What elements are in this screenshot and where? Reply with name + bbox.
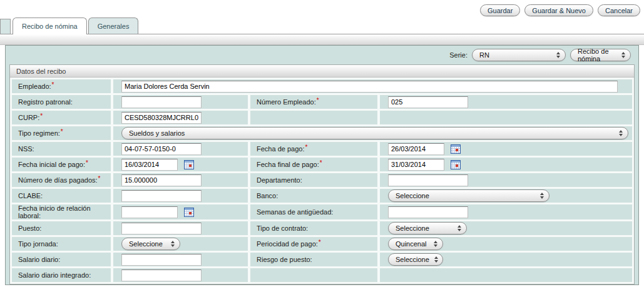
document-type-select[interactable]: Recibo de nómina [570, 49, 631, 61]
serie-select-value: RN [479, 51, 489, 59]
select-stepper-icon [619, 130, 623, 136]
numero-empleado-input[interactable] [388, 96, 468, 108]
required-marker: * [86, 159, 88, 166]
field-fecha-relacion-laboral [113, 204, 248, 219]
field-empleado [113, 79, 632, 93]
clabe-input[interactable] [121, 190, 202, 202]
field-fecha-inicial-de-pago [113, 158, 248, 171]
registro-patronal-input[interactable] [121, 96, 202, 108]
empleado-input[interactable] [121, 81, 618, 93]
tab-bar: Recibo de nómina Generales [0, 18, 644, 34]
select-stepper-icon [434, 241, 437, 247]
tipo-jornada-select[interactable]: Seleccione [121, 238, 180, 250]
puesto-input[interactable] [121, 223, 202, 234]
field-label-fecha-relacion-laboral: Fecha inicio de relación laboral: [12, 204, 111, 219]
empty-cell [250, 268, 377, 282]
riesgo-puesto-select[interactable]: Seleccione [388, 253, 443, 266]
select-stepper-icon [540, 193, 544, 199]
field-salario-diario-integrado [113, 268, 248, 282]
tabbar-corner [0, 19, 11, 34]
empty-cell [380, 111, 632, 124]
fecha-inicial-input[interactable] [121, 159, 178, 171]
banco-select[interactable]: Seleccione [388, 189, 549, 202]
field-label-periocidad-de-pago: Periocidad de pago:* [250, 237, 377, 251]
tab-generales[interactable]: Generales [88, 18, 139, 34]
required-marker: * [320, 159, 322, 166]
field-label-fecha-de-pago: Fecha de pago:* [250, 142, 377, 156]
dias-pagados-input[interactable] [121, 174, 202, 186]
field-label-numero-empleado: Número Empleado:* [250, 95, 377, 109]
field-label-empleado: Empleado:* [12, 79, 111, 93]
fecha-de-pago-input[interactable] [388, 143, 444, 155]
periocidad-select[interactable]: Quincenal [388, 238, 443, 250]
field-label-registro-patronal: Registro patronal: [12, 95, 111, 109]
empty-cell [380, 268, 632, 282]
nss-input[interactable] [121, 143, 202, 155]
required-marker: * [52, 81, 54, 88]
field-tipo-regimen: Sueldos y salarios [113, 126, 632, 140]
section-title: Datos del recibo [10, 65, 634, 78]
field-tipo-de-contrato: Seleccione [380, 221, 632, 235]
field-nss [113, 142, 248, 156]
salario-diario-input[interactable] [121, 254, 202, 266]
field-tipo-jornada: Seleccione [113, 237, 248, 251]
field-riesgo-de-puesto: Seleccione [380, 253, 632, 266]
required-marker: * [319, 239, 321, 246]
field-label-tipo-jornada: Tipo jornada: [12, 237, 111, 251]
tipo-regimen-value: Sueldos y salarios [129, 129, 185, 137]
curp-input[interactable] [121, 112, 202, 124]
save-and-new-button[interactable]: Guardar & Nuevo [524, 4, 593, 16]
field-numero-empleado [380, 95, 632, 109]
action-buttons: Guardar Guardar & Nuevo Cancelar [480, 4, 640, 16]
field-clabe [113, 189, 248, 203]
form-panel: Serie: RN Recibo de nómina Datos del rec… [5, 45, 639, 285]
datos-del-recibo-fieldset: Datos del recibo Empleado:* Registro pat… [9, 64, 635, 284]
field-label-clabe: CLABE: [12, 189, 111, 203]
tipo-regimen-select[interactable]: Sueldos y salarios [121, 127, 628, 139]
field-departamento [380, 173, 632, 187]
field-label-dias-pagados: Número de días pagados:* [12, 173, 111, 187]
periocidad-value: Quincenal [396, 240, 427, 248]
empty-cell [250, 111, 377, 124]
required-marker: * [61, 128, 63, 135]
required-marker: * [40, 113, 43, 119]
cancel-button[interactable]: Cancelar [598, 4, 640, 16]
fecha-relacion-input[interactable] [121, 206, 178, 218]
banco-value: Seleccione [396, 192, 429, 199]
calendar-icon[interactable] [451, 160, 461, 169]
field-label-tipo-de-contrato: Tipo de contrato: [250, 221, 377, 235]
save-button[interactable]: Guardar [480, 4, 520, 16]
select-stepper-icon [556, 52, 560, 58]
field-dias-pagados [113, 173, 248, 187]
tab-recibo-de-nomina[interactable]: Recibo de nómina [13, 18, 87, 34]
calendar-icon[interactable] [184, 160, 194, 169]
serie-select[interactable]: RN [472, 49, 566, 61]
field-periocidad-de-pago: Quincenal [380, 237, 632, 251]
field-label-fecha-inicial-de-pago: Fecha inicial de pago:* [12, 158, 111, 171]
fecha-final-input[interactable] [388, 159, 444, 171]
tipo-contrato-select[interactable]: Seleccione [388, 222, 467, 234]
document-type-value: Recibo de nómina [578, 48, 616, 63]
select-stepper-icon [434, 256, 438, 263]
tipo-jornada-value: Seleccione [129, 240, 163, 248]
field-label-nss: NSS: [12, 142, 111, 156]
field-label-banco: Banco: [250, 189, 377, 203]
field-label-riesgo-de-puesto: Riesgo de puesto: [250, 253, 377, 266]
top-toolbar: Guardar Guardar & Nuevo Cancelar [0, 0, 644, 18]
departamento-input[interactable] [388, 174, 468, 186]
field-label-fecha-final-de-pago: Fecha final de pago:* [250, 158, 377, 171]
field-banco: Seleccione [380, 189, 632, 203]
calendar-icon[interactable] [451, 144, 461, 154]
field-label-curp: CURP:* [12, 111, 111, 124]
serie-row: Serie: RN Recibo de nómina [6, 46, 638, 63]
calendar-icon[interactable] [184, 208, 194, 217]
field-fecha-de-pago [380, 142, 632, 156]
toolbar-strip [0, 34, 644, 45]
semanas-input[interactable] [388, 206, 468, 218]
select-stepper-icon [457, 225, 461, 231]
required-marker: * [98, 175, 101, 182]
serie-label: Serie: [449, 51, 468, 59]
field-label-salario-diario: Salario diario: [12, 253, 111, 266]
field-semanas-antiguedad [380, 204, 632, 219]
salario-integrado-input[interactable] [121, 269, 202, 281]
